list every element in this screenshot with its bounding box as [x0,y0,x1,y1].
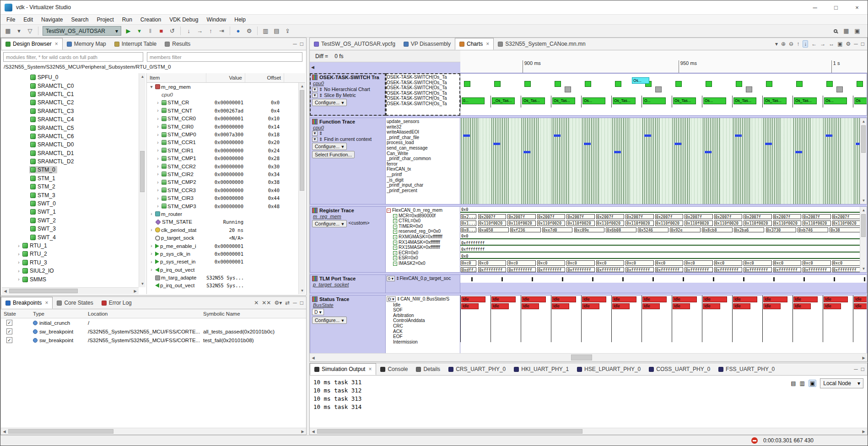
register-trace-canvas[interactable]: 0x00x2...0x2007f0x2007f0x2007f0x2007f0x2… [460,206,867,273]
table-row-stm-cir2[interactable]: ›STM_CIR20x000000000x34 [147,170,298,178]
menu-navigate[interactable]: Navigate [37,15,67,24]
menu-window[interactable]: Window [203,15,231,24]
view-tab-hse-lpuart-phy-0[interactable]: HSE_LPUART_PHY_0 [573,363,645,375]
tree-item-sramctl-d1[interactable]: SRAMCTL_D1 [2,149,139,157]
register-trace-controls[interactable]: Register Trace m_reg_mem Configure... ▾ … [310,206,386,273]
view-tab-crs-uart-phy-0[interactable]: CRS_UART_PHY_0 [444,363,510,375]
table-row-stm-ccr0[interactable]: ›STM_CCR00x000000010x10 [147,115,298,123]
osek-chart-controls[interactable]: OSEK-TASK-SWITCH Tra cpu0 ▼ ⇕ No Hierarc… [310,73,386,116]
view-menu-icon[interactable]: ▾ [775,41,778,47]
tree-item-stm-3[interactable]: STM_3 [2,191,139,199]
tree-item-swt-0[interactable]: SWT_0 [2,199,139,208]
sim-output-body[interactable]: 10 ms task 31110 ms task 31210 ms task 3… [310,376,867,428]
tlm-port-trace-canvas[interactable] [460,274,867,293]
column-header-item[interactable]: Item [147,73,206,82]
toolbar-run-icon[interactable]: ▶ [123,26,134,36]
close-tab-icon[interactable]: × [45,300,48,306]
expand-icon[interactable]: › [155,148,161,153]
legend-entry[interactable]: +IMASK2=0x0 [387,261,459,266]
launch-config-combo[interactable]: TestSW_OS_AUTOSAR▾ [43,26,121,36]
configure-button[interactable]: Configure... ▾ [312,220,347,227]
pan-left-icon[interactable]: ← [811,41,817,47]
legend-entry[interactable]: OSEK-TASK-SWITCH(Os_Ta [387,75,459,80]
expand-icon[interactable]: › [155,124,161,129]
pin-console-icon[interactable]: ▣ [809,380,816,387]
legend-entry[interactable]: +ECR=0x0 [387,250,459,256]
up-down-icon[interactable]: ⇕ [319,137,323,142]
legend-entry[interactable]: ACK [387,329,459,334]
legend-entry[interactable]: +CTRL=0x0 [387,218,459,224]
breakpoints-horizontal-scrollbar[interactable]: ◀▶ [1,428,306,435]
expand-icon[interactable]: › [155,204,161,209]
legend-entry[interactable]: FlexCAN_tx [387,167,459,172]
column-header-state[interactable]: State [1,311,30,317]
legend-entry[interactable]: Arbitration [387,313,459,318]
tree-item-swt-2[interactable]: SWT_2 [2,216,139,225]
table-row-stm-cmp1[interactable]: ›STM_CMP10x000000000x28 [147,155,298,162]
register-trace-plot[interactable]: 0x00x2...0x2007f0x2007f0x2007f0x2007f0x2… [460,207,860,272]
legend-entry[interactable]: send_can_message [387,145,459,151]
zoom-in-icon[interactable]: ⊕ [781,41,786,47]
close-tab-icon[interactable]: × [486,41,489,47]
toolbar-perspective-list-icon[interactable]: ▣ [852,26,863,36]
toolbar-debug-config-icon[interactable]: ⚙ [244,26,254,36]
node-selector[interactable]: Local Node ▾ [820,378,863,388]
tree-item-smms[interactable]: ›SMMS [2,275,139,283]
view-tab-error-log[interactable]: Error Log [97,297,136,309]
table-row-stm-cr[interactable]: ›STM_CR0x000000010x0 [147,99,298,107]
expand-icon[interactable]: + [393,262,397,266]
tree-item-sramctl-d2[interactable]: SRAMCTL_D2 [2,157,139,166]
column-header-symbolic-name[interactable]: Symbolic Name [200,311,306,317]
column-header-type[interactable]: Type [30,311,85,317]
close-window-icon[interactable]: × [846,0,868,14]
legend-entry[interactable]: __printf [387,172,459,177]
zoom-out-icon[interactable]: ⊖ [789,41,793,47]
table-row-p-irq-out-vect[interactable]: p_irq_out_vectS32N55_Sys... [147,282,298,290]
toolbar-step-over-icon[interactable]: → [194,26,205,36]
dropdown-icon[interactable]: ▼ [312,93,318,98]
fit-width-icon[interactable]: ↔ [829,41,834,47]
column-header-location[interactable]: Location [85,311,200,317]
tree-item-sramctl-c4[interactable]: SRAMCTL_C4 [2,115,139,124]
tree-item-sramctl-c1[interactable]: SRAMCTL_C1 [2,90,139,98]
minimize-view-icon[interactable]: ─ [854,41,858,47]
toolbar-toggle-breakpoint-icon[interactable]: ● [233,26,243,36]
legend-entry[interactable]: SOF [387,307,459,313]
breakpoint-checkbox[interactable]: ✓ [6,320,12,326]
legend-entry[interactable]: +RX14MASK=0xffffffff [387,240,459,245]
tree-item-sramctl-c5[interactable]: SRAMCTL_C5 [2,124,139,132]
view-tab-console[interactable]: Console [376,363,412,375]
link-with-editor-icon[interactable]: ⇄ [285,300,290,306]
legend-entry[interactable]: +ESR=0x0 [387,255,459,261]
table-row-p-me-enable-i[interactable]: ›p_me_enable_i0x00000001 [147,242,298,250]
filter-breakpoints-icon[interactable]: ⚙▾ [274,300,282,306]
configure-button[interactable]: Configure... ▾ [312,143,347,150]
legend-entry[interactable]: +RX15MASK=0xffffffff [387,245,459,250]
legend-entry[interactable]: OSEK-TASK-SWITCH(Os_Ta [387,85,459,91]
dropdown-icon[interactable]: ▼ [312,87,318,92]
table-row-p-sys-reset-in[interactable]: ›p_sys_reset_in0x00000001 [147,258,298,266]
maximize-view-icon[interactable]: □ [861,366,864,372]
expand-icon[interactable]: + [393,230,397,234]
configure-button[interactable]: Configure... ▾ [312,99,347,106]
legend-entry[interactable]: process_load [387,140,459,145]
expand-icon[interactable]: › [149,211,154,216]
tree-item-stm-2[interactable]: STM_2 [2,183,139,191]
find-context-selector[interactable]: ▼ ⇕ Find in current context [312,136,383,142]
toolbar-new-menu-icon[interactable]: ▾ [14,26,24,36]
view-tab-fss-uart-phy-0[interactable]: FSS_UART_PHY_0 [714,363,779,375]
legend-header[interactable]: D ▾⇕CAN_NW_0.BusState/S [387,296,459,302]
legend-entry[interactable]: OSEK-TASK-SWITCH(Os_Ta [387,96,459,101]
legend-entry[interactable]: _printf_char_file [387,135,459,140]
breakpoint-row[interactable]: ✓sw_breakpoint/S32N55_System/S32N55_MCU/… [1,336,306,344]
legend-root[interactable]: −FlexCAN_0.m_reg_mem [387,208,459,213]
expand-icon[interactable]: › [155,132,161,137]
table-row-m-targ-adapte[interactable]: m_targ_adapteS32N55_Sys... [147,274,298,281]
tree-item-spfu-0[interactable]: SPFU_0 [2,73,139,81]
tree-item-swt-4[interactable]: SWT_4 [2,233,139,241]
toolbar-search-icon[interactable] [830,26,841,36]
legend-entry[interactable]: 0 ▾⇕FlexCAN_0.p_target_soc [387,276,459,282]
table-row-stm-ccr1[interactable]: ›STM_CCR10x000000000x20 [147,139,298,146]
tree-item-stm-0[interactable]: STM_0 [2,166,139,174]
legend-entry[interactable]: EOF [387,334,459,339]
